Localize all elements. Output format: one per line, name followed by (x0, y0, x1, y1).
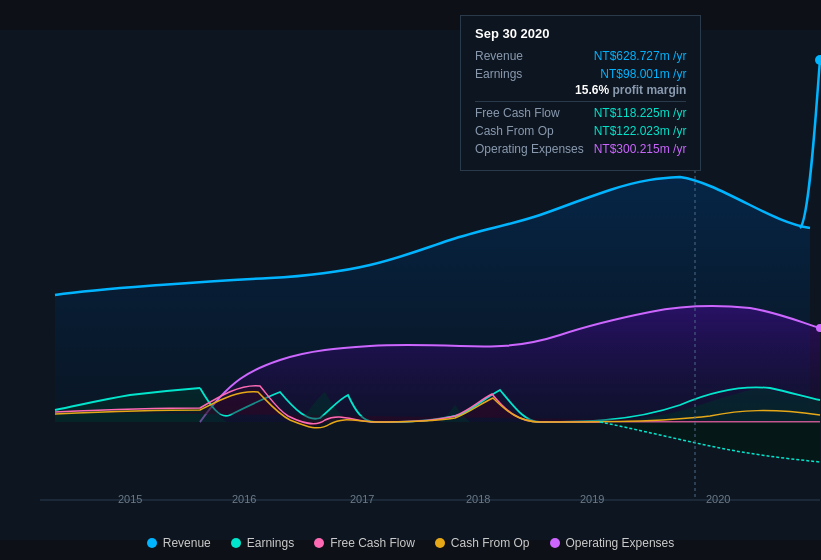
legend-dot-cashfromop (435, 538, 445, 548)
tooltip-earnings-label: Earnings (475, 67, 585, 81)
tooltip-revenue-label: Revenue (475, 49, 585, 63)
legend-label-cashfromop: Cash From Op (451, 536, 530, 550)
tooltip-cashfromop-value: NT$122.023m /yr (594, 124, 687, 138)
x-label-2019: 2019 (580, 493, 604, 505)
legend-dot-revenue (147, 538, 157, 548)
x-label-2017: 2017 (350, 493, 374, 505)
x-label-2016: 2016 (232, 493, 256, 505)
legend-item-cashfromop[interactable]: Cash From Op (435, 536, 530, 550)
tooltip-opexp-value: NT$300.215m /yr (594, 142, 687, 156)
legend-label-fcf: Free Cash Flow (330, 536, 415, 550)
legend-dot-opexp (550, 538, 560, 548)
tooltip-opexp-label: Operating Expenses (475, 142, 585, 156)
x-label-2015: 2015 (118, 493, 142, 505)
tooltip-fcf-value: NT$118.225m /yr (594, 106, 687, 120)
legend-dot-fcf (314, 538, 324, 548)
tooltip-fcf-row: Free Cash Flow NT$118.225m /yr (475, 106, 686, 120)
tooltip-revenue-value: NT$628.727m /yr (594, 49, 687, 63)
legend-label-opexp: Operating Expenses (566, 536, 675, 550)
legend-item-opexp[interactable]: Operating Expenses (550, 536, 675, 550)
legend-item-earnings[interactable]: Earnings (231, 536, 294, 550)
legend-item-revenue[interactable]: Revenue (147, 536, 211, 550)
legend: Revenue Earnings Free Cash Flow Cash Fro… (0, 536, 821, 550)
tooltip-opexp-row: Operating Expenses NT$300.215m /yr (475, 142, 686, 156)
legend-dot-earnings (231, 538, 241, 548)
chart-container: NT$700m NT$0 -NT$100m (0, 0, 821, 560)
tooltip-earnings-value: NT$98.001m /yr (600, 67, 686, 81)
legend-label-revenue: Revenue (163, 536, 211, 550)
tooltip-cashfromop-label: Cash From Op (475, 124, 585, 138)
tooltip-cashfromop-row: Cash From Op NT$122.023m /yr (475, 124, 686, 138)
tooltip-date: Sep 30 2020 (475, 26, 686, 41)
tooltip-profit-margin: 15.6% profit margin (475, 83, 686, 97)
x-label-2018: 2018 (466, 493, 490, 505)
tooltip: Sep 30 2020 Revenue NT$628.727m /yr Earn… (460, 15, 701, 171)
legend-item-fcf[interactable]: Free Cash Flow (314, 536, 415, 550)
tooltip-fcf-label: Free Cash Flow (475, 106, 585, 120)
tooltip-revenue-row: Revenue NT$628.727m /yr (475, 49, 686, 63)
x-label-2020: 2020 (706, 493, 730, 505)
tooltip-earnings-row: Earnings NT$98.001m /yr (475, 67, 686, 81)
legend-label-earnings: Earnings (247, 536, 294, 550)
